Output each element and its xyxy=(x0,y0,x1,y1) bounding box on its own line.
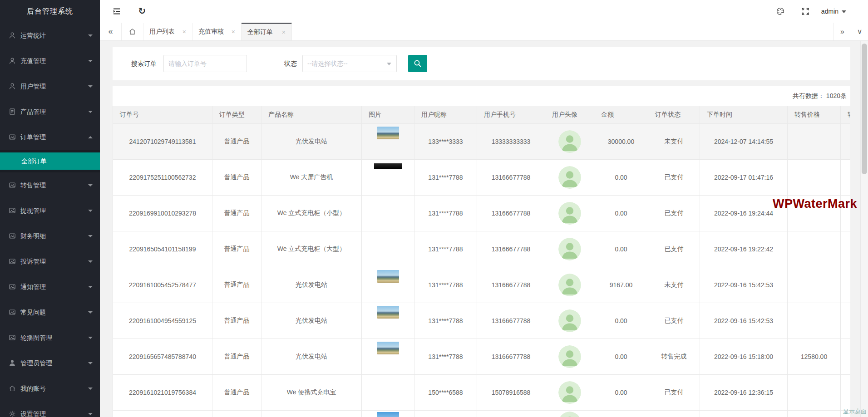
sidebar-item-label: 管理员管理 xyxy=(20,350,52,376)
table-row xyxy=(113,411,851,417)
cell-type: 普通产品 xyxy=(212,339,261,375)
tabs-scroll-left-button[interactable]: « xyxy=(100,23,122,40)
sidebar-item-withdraw-management[interactable]: 提现管理 xyxy=(0,198,100,223)
column-header-product: 产品名称 xyxy=(261,106,362,124)
order-number-input[interactable] xyxy=(163,55,247,72)
home-icon xyxy=(128,28,136,35)
search-icon xyxy=(414,59,422,68)
image-icon xyxy=(9,207,16,214)
cell-order: 2209161021019756384 xyxy=(113,375,212,411)
theme-palette-icon[interactable] xyxy=(776,7,785,16)
cell-resale_price xyxy=(788,160,841,196)
user-avatar xyxy=(558,238,581,260)
chevron-down-icon xyxy=(88,34,93,37)
cell-image xyxy=(362,303,414,339)
cell-phone: 13166677788 xyxy=(477,303,545,339)
cell-amount: 0.00 xyxy=(594,339,648,375)
home-tab[interactable] xyxy=(122,23,143,40)
close-icon[interactable]: × xyxy=(282,29,286,36)
cell-type xyxy=(212,411,261,417)
user-icon xyxy=(9,57,16,64)
tab-user-list[interactable]: 用户列表× xyxy=(143,23,192,40)
cell-status: 未支付 xyxy=(648,267,700,303)
cell-image xyxy=(362,339,414,375)
cell-amount: 0.00 xyxy=(594,303,648,339)
cell-order xyxy=(113,411,212,417)
sidebar-item-notice-management[interactable]: 通知管理 xyxy=(0,274,100,299)
close-icon[interactable]: × xyxy=(182,28,186,35)
cell-nickname: 131****7788 xyxy=(414,196,477,231)
cell-avatar xyxy=(545,411,594,417)
orders-panel: 共有数据： 1020条 订单号订单类型产品名称图片用户昵称用户手机号用户头像金额… xyxy=(113,86,850,417)
sidebar-item-settings-management[interactable]: 设置管理 xyxy=(0,401,100,417)
chevron-down-icon xyxy=(88,210,93,212)
sidebar-item-order-management[interactable]: 订单管理 xyxy=(0,124,100,150)
tab-label: 全部订单 xyxy=(247,28,273,36)
scrollbar-thumb[interactable] xyxy=(862,44,867,174)
cell-order: 2209165657485788740 xyxy=(113,339,212,375)
column-header-phone: 用户手机号 xyxy=(477,106,545,124)
cell-time: 2022-09-16 19:22:42 xyxy=(700,231,788,267)
cell-amount: 9167.00 xyxy=(594,267,648,303)
sidebar-item-admin-management[interactable]: 管理员管理 xyxy=(0,350,100,376)
scrollbar-track[interactable] xyxy=(860,41,868,417)
table-row: 2209161005452578477普通产品光伏发电站131****77881… xyxy=(113,267,851,303)
close-icon[interactable]: × xyxy=(232,28,235,35)
sidebar-item-complaint-management[interactable]: 投诉管理 xyxy=(0,249,100,274)
user-avatar xyxy=(558,202,581,225)
sidebar-item-faq[interactable]: 常见问题 xyxy=(0,299,100,325)
doc-icon xyxy=(9,108,16,115)
sidebar-item-label: 轮播图管理 xyxy=(20,325,52,350)
cell-type: 普通产品 xyxy=(212,267,261,303)
sidebar-item-recharge-management[interactable]: 充值管理 xyxy=(0,48,100,74)
sidebar-item-resale-management[interactable]: 转售管理 xyxy=(0,172,100,198)
user-avatar xyxy=(558,381,581,404)
search-button[interactable] xyxy=(408,55,427,72)
sidebar-item-label: 我的账号 xyxy=(20,376,46,401)
tab-recharge-audit[interactable]: 充值审核× xyxy=(192,23,242,40)
chevron-down-icon xyxy=(88,337,93,339)
cell-type: 普通产品 xyxy=(212,303,261,339)
cell-product: We 立式充电柜（大型） xyxy=(261,231,362,267)
column-header-order: 订单号 xyxy=(113,106,212,124)
sidebar-item-banner-management[interactable]: 轮播图管理 xyxy=(0,325,100,350)
user-avatar xyxy=(558,130,581,153)
sidebar-item-product-management[interactable]: 产品管理 xyxy=(0,99,100,124)
cell-product: We 立式充电柜（小型） xyxy=(261,196,362,231)
cell-resale_method xyxy=(841,160,851,196)
cell-status: 未支付 xyxy=(648,124,700,160)
sidebar-item-label: 用户管理 xyxy=(20,74,46,99)
image-icon xyxy=(9,283,16,290)
sidebar-item-user-management[interactable]: 用户管理 xyxy=(0,74,100,99)
tabs-menu-button[interactable]: ∨ xyxy=(851,23,868,40)
cell-product: We 便携式充电宝 xyxy=(261,375,362,411)
cell-avatar xyxy=(545,303,594,339)
tabs: 用户列表×充值审核×全部订单× xyxy=(143,23,292,40)
sidebar-item-finance-detail[interactable]: 财务明细 xyxy=(0,223,100,249)
cell-resale_method xyxy=(841,375,851,411)
cell-resale_price xyxy=(788,231,841,267)
status-select[interactable]: --请选择状态-- xyxy=(302,55,397,72)
cell-avatar xyxy=(545,375,594,411)
chevron-down-icon xyxy=(88,85,93,88)
cell-nickname: 131****7788 xyxy=(414,160,477,196)
watermark-text: WPWaterMark xyxy=(773,197,857,211)
tabs-scroll-right-button[interactable]: » xyxy=(833,23,851,40)
collapse-sidebar-icon[interactable] xyxy=(112,7,121,16)
user-menu[interactable]: admin xyxy=(821,0,846,23)
table-row: 2209175251100562732普通产品We 大屏广告机131****77… xyxy=(113,160,851,196)
sidebar-item-my-account[interactable]: 我的账号 xyxy=(0,376,100,401)
tab-all-orders[interactable]: 全部订单× xyxy=(242,23,292,40)
chevron-down-icon xyxy=(88,184,93,186)
sidebar-menu: 运营统计充值管理用户管理产品管理订单管理全部订单转售管理提现管理财务明细投诉管理… xyxy=(0,23,100,417)
tab-bar: « 用户列表×充值审核×全部订单× » ∨ xyxy=(100,23,868,41)
cell-order: 2209161005452578477 xyxy=(113,267,212,303)
sidebar-subitem-all-orders[interactable]: 全部订单 xyxy=(0,152,100,170)
cell-time: 2022-09-16 15:42:53 xyxy=(700,303,788,339)
cell-avatar xyxy=(545,124,594,160)
cell-resale_price xyxy=(788,267,841,303)
fullscreen-icon[interactable] xyxy=(801,7,810,16)
cell-phone xyxy=(477,411,545,417)
refresh-icon[interactable]: ↻ xyxy=(138,7,147,16)
sidebar-item-operations-stats[interactable]: 运营统计 xyxy=(0,23,100,48)
